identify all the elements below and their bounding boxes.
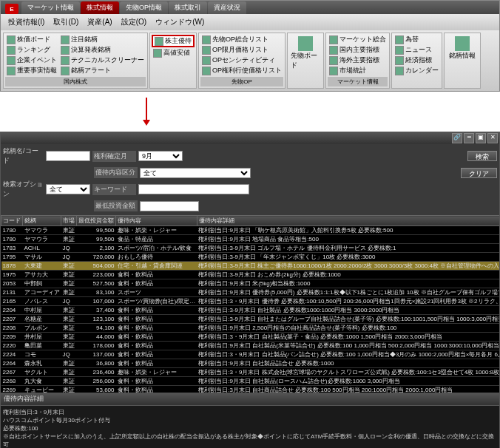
window-titlebar: 🔗 ━ ▣ ✕: [1, 132, 499, 144]
col-cat[interactable]: 優待内容: [116, 216, 197, 226]
table-row[interactable]: 2165ノバレスJQ107,000スポーツ/買物券(自社)/限定…権利割当日:3…: [1, 297, 500, 306]
btn-fx[interactable]: 為替: [393, 35, 440, 44]
btn-news[interactable]: ニュース: [393, 45, 440, 55]
group-label-op: 先物OP: [200, 77, 283, 86]
col-detail[interactable]: 優待内容詳細: [197, 216, 499, 226]
btn-op-sens[interactable]: OPセンシティビティ: [200, 55, 283, 65]
min-button[interactable]: ━: [464, 133, 474, 143]
table-row[interactable]: 2267ヤクルト東証236,400趣味・娯楽・レジャー権利割当日:3・9月末日 …: [1, 368, 500, 377]
col-amount[interactable]: 最低投資金額: [77, 216, 116, 226]
btn-domestic-idx[interactable]: 国内主要指標: [328, 45, 388, 55]
table-row[interactable]: 2053中部飼東証527,500食料・飲料品権利割当日:9月末日 米(5kg)相…: [1, 279, 500, 288]
menu-invest[interactable]: 投資情報(I): [4, 16, 49, 29]
idx-icon: [329, 56, 338, 65]
table-row[interactable]: 2204中村屋東証37,400食料・飲料品権利割当日:3-9月末日 自社製品 必…: [1, 306, 500, 315]
btn-overseas-idx[interactable]: 海外主要指標: [328, 55, 388, 65]
max-button[interactable]: ▣: [476, 133, 486, 143]
table-row[interactable]: 2269キューピー東証53,600食料・飲料品権利割当日:3月末日 自社商品詰合…: [1, 386, 500, 393]
btn-highlow[interactable]: 高値安値: [152, 48, 195, 58]
news-icon: [395, 46, 404, 55]
btn-market-all[interactable]: マーケット総合: [328, 35, 388, 44]
table-row[interactable]: 1780ヤマウラ東証99,500趣味・娯楽・レジャー権利割当日:9月末日 「駒ケ…: [1, 226, 500, 235]
table-row[interactable]: 2209井村屋東証44,000食料・飲料品権利割当日:3・9月末日 自社製品(菓…: [1, 333, 500, 342]
table-row[interactable]: 1975アサカ大東証223,000食料・飲料品権利割当日:3-9月末日 おこめ券…: [1, 271, 500, 279]
table-row[interactable]: 2131アコーディア東証83,100スポーツ権利割当日:9月末日 優待券(5,0…: [1, 288, 500, 297]
btn-calendar[interactable]: カレンダー: [393, 66, 440, 75]
menu-bar: 投資情報(I) 取引(D) 資産(A) 設定(O) ウィンドウ(W): [1, 14, 499, 30]
btn-ranking[interactable]: ランキング: [5, 45, 58, 55]
ribbon-group-yutai: 株主優待 高値安値: [149, 33, 197, 89]
detail-header: 優待内容詳細: [1, 393, 499, 405]
btn-stock-board[interactable]: 株価ボード: [5, 35, 58, 44]
search-button[interactable]: 検索: [467, 151, 497, 161]
label-month: 権利確定月: [92, 151, 136, 162]
btn-events[interactable]: 企業イベント: [5, 55, 58, 65]
filter-area: 銘柄名/コード 権利確定月 9月 検索 優待内容区分 全て クリア 検索オプショ…: [1, 144, 499, 215]
important-icon: [7, 67, 16, 75]
btn-op-strike[interactable]: OP権利行使価格リスト: [200, 66, 283, 75]
input-min[interactable]: [140, 201, 199, 211]
btn-important[interactable]: 重要事実情報: [5, 66, 58, 75]
btn-featured[interactable]: 注目銘柄: [59, 35, 146, 44]
btn-op-list[interactable]: 先物OP総合リスト: [200, 35, 283, 44]
col-market[interactable]: 市場: [61, 216, 77, 226]
menu-window[interactable]: ウィンドウ(W): [151, 16, 209, 29]
btn-econ[interactable]: 経済指標: [393, 55, 440, 65]
col-name[interactable]: 銘柄: [23, 216, 61, 226]
menu-settings[interactable]: 設定(O): [117, 16, 151, 29]
table-row[interactable]: 2224コモJQ137,000食料・飲料品権利割当日:3・9月末日 自社製品(パ…: [1, 350, 500, 359]
ribbon-group-misc: 為替 ニュース 経済指標 カレンダー: [391, 33, 442, 89]
alert-icon: [61, 67, 70, 75]
label-keyword: キーワード: [92, 184, 136, 195]
btn-screener[interactable]: テクニカルスクリーナー: [59, 55, 146, 65]
input-code[interactable]: [46, 151, 90, 161]
tab-futures[interactable]: 先物OP情報: [120, 1, 168, 14]
col-code[interactable]: コード: [1, 216, 23, 226]
btn-stock-info[interactable]: 銘柄情報: [446, 35, 479, 62]
stats-icon: [329, 67, 338, 75]
table-row[interactable]: 2207名糖産東証123,100食料・飲料品権利割当日:3-9月末日 自社または…: [1, 315, 500, 324]
label-content: 優待内容区分: [94, 167, 138, 178]
select-option[interactable]: 全て: [46, 184, 90, 194]
table-row[interactable]: 1878大東建東証504,000住宅・引越・貸倉庫関連権利割当日:3-9月末日 …: [1, 262, 500, 271]
ribbon-group-futures: 先物ボード: [287, 33, 324, 89]
clear-button[interactable]: クリア: [461, 168, 497, 178]
btn-earnings[interactable]: 決算発表銘柄: [59, 45, 146, 55]
earnings-icon: [61, 46, 70, 55]
menu-assets[interactable]: 資産(A): [83, 16, 116, 29]
label-min: 最低投資金額: [94, 200, 138, 211]
results-table: コード 銘柄 市場 最低投資金額 優待内容 優待内容詳細 1780ヤマウラ東証9…: [1, 215, 499, 393]
select-month[interactable]: 9月: [138, 151, 183, 161]
tab-row: E マーケット情報 株式情報 先物OP情報 株式取引 資産状況: [1, 1, 499, 14]
table-row[interactable]: 1795マサルJQ720,000おもしろ優待権利割当日:3-9月末日 「年末ジャ…: [1, 253, 500, 262]
table-row[interactable]: 2208ブルボン東証94,100食料・飲料品権利割当日:9月末日 2,500円相…: [1, 324, 500, 333]
link-icon[interactable]: 🔗: [452, 133, 462, 143]
menu-trade[interactable]: 取引(D): [49, 16, 83, 29]
table-row[interactable]: 2264森永乳東証36,800食料・飲料品権利割当日:9月末日 自社製品詰合せ …: [1, 359, 500, 368]
screener-icon: [61, 56, 70, 65]
btn-futures-board[interactable]: 先物ボード: [289, 35, 322, 72]
detail-line: 権利割当日:3・9月末日: [3, 408, 497, 416]
table-row[interactable]: 1783ACHLJQ2,100スポーツ/宿泊・ホテル/飲食権利割当日:3-9月末…: [1, 244, 500, 253]
market-icon: [329, 35, 338, 44]
btn-shareholder-benefit[interactable]: 株主優待: [152, 35, 195, 47]
table-row[interactable]: 2220亀田菓東証178,000食料・飲料品権利割当日:9月末日 自社製品(米菓…: [1, 342, 500, 350]
tab-trade[interactable]: 株式取引: [169, 1, 207, 14]
btn-op-month[interactable]: OP限月価格リスト: [200, 45, 283, 55]
ribbon: 株価ボード ランキング 企業イベント 重要事実情報 注目銘柄 決算発表銘柄 テク…: [1, 30, 499, 91]
table-container[interactable]: コード 銘柄 市場 最低投資金額 優待内容 優待内容詳細 1780ヤマウラ東証9…: [1, 215, 499, 393]
select-content[interactable]: 全て: [140, 168, 251, 178]
btn-alert[interactable]: 銘柄アラート: [59, 66, 146, 75]
table-row[interactable]: 2268丸大食東証256,000食料・飲料品権利割当日:9月末日 自社製品(ロー…: [1, 377, 500, 386]
close-button[interactable]: ✕: [487, 133, 498, 143]
tab-market[interactable]: マーケット情報: [21, 1, 80, 14]
top-toolbar: E マーケット情報 株式情報 先物OP情報 株式取引 資産状況 投資情報(I) …: [0, 0, 500, 92]
ribbon-group-market: マーケット総合 国内主要指標 海外主要指標 市場統計 マーケット情報: [325, 33, 390, 89]
detail-area: 権利割当日:3・9月末日 ハウスコムポイント毎月30ポイント付与 必要株数:10…: [1, 405, 499, 448]
table-row[interactable]: 1780ヤマウラ東証99,500食品・特産品権利割当日:9月末日 地場商品 食品…: [1, 235, 500, 244]
ribbon-group-domestic: 株価ボード ランキング 企業イベント 重要事実情報 注目銘柄 決算発表銘柄 テク…: [3, 33, 148, 89]
btn-market-stats[interactable]: 市場統計: [328, 66, 388, 75]
tab-assets[interactable]: 資産状況: [208, 1, 246, 14]
tab-stock[interactable]: 株式情報: [81, 1, 119, 14]
input-keyword[interactable]: [138, 184, 249, 194]
